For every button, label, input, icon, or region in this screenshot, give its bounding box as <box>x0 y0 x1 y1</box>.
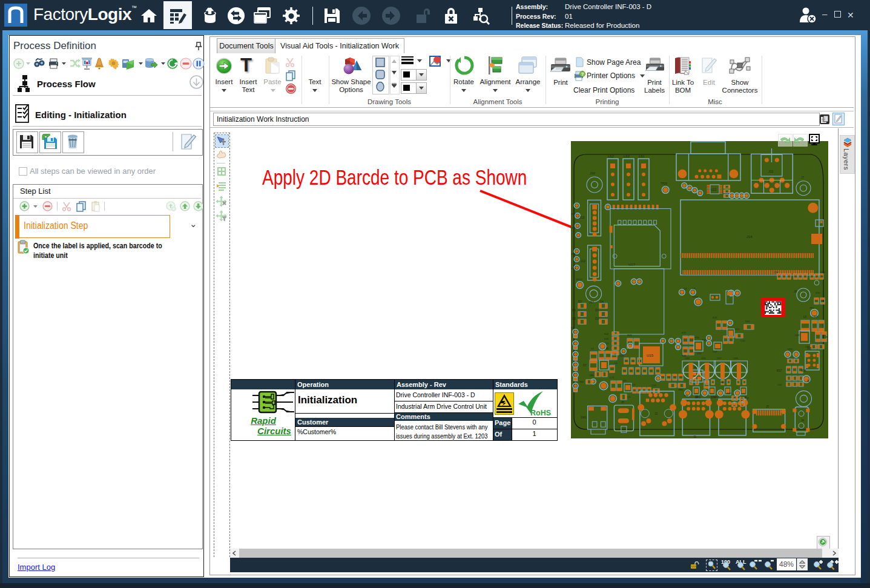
svg-text:RoHS: RoHS <box>530 409 551 417</box>
svg-text:U15: U15 <box>647 354 654 357</box>
svg-text:Q1: Q1 <box>627 395 631 398</box>
svg-text:C13: C13 <box>740 339 745 342</box>
svg-text:FB5: FB5 <box>720 382 725 384</box>
svg-text:J3: J3 <box>695 395 698 398</box>
svg-text:C71: C71 <box>610 376 615 379</box>
svg-text:TP2: TP2 <box>571 267 576 270</box>
svg-text:TP3: TP3 <box>809 306 814 309</box>
svg-text:L6: L6 <box>615 362 618 365</box>
svg-text:J13: J13 <box>579 216 584 219</box>
svg-text:C65: C65 <box>701 357 706 360</box>
svg-text:D6: D6 <box>595 309 599 312</box>
svg-text:R20: R20 <box>826 335 828 339</box>
svg-text:J5: J5 <box>766 405 769 408</box>
svg-text:L5: L5 <box>803 315 807 319</box>
svg-text:D7: D7 <box>583 364 587 367</box>
svg-text:U18: U18 <box>795 334 800 337</box>
svg-text:C84: C84 <box>589 374 594 377</box>
svg-text:J11: J11 <box>768 170 773 173</box>
svg-text:C69: C69 <box>733 357 738 360</box>
svg-text:D61: D61 <box>745 320 750 323</box>
svg-text:TP5: TP5 <box>571 226 576 230</box>
svg-text:D9: D9 <box>571 326 575 329</box>
svg-text:J4: J4 <box>801 419 804 422</box>
svg-text:TP7: TP7 <box>571 213 576 216</box>
svg-text:LS1: LS1 <box>639 154 645 158</box>
svg-text:TP37: TP37 <box>576 278 582 281</box>
svg-text:J9: J9 <box>806 380 809 383</box>
svg-text:D14: D14 <box>816 291 820 294</box>
svg-text:D1: D1 <box>572 309 576 312</box>
svg-text:U14: U14 <box>697 352 702 355</box>
svg-text:K32: K32 <box>604 332 609 335</box>
svg-text:K33: K33 <box>619 355 624 357</box>
svg-text:C61: C61 <box>777 383 782 386</box>
svg-text:C23: C23 <box>651 384 656 387</box>
svg-text:K31: K31 <box>682 331 687 334</box>
svg-text:J1: J1 <box>693 435 696 438</box>
svg-text:?: ? <box>581 72 584 76</box>
svg-text:U13: U13 <box>734 328 739 331</box>
svg-text:J16: J16 <box>807 347 812 350</box>
svg-text:LS3: LS3 <box>624 154 630 158</box>
svg-text:J12: J12 <box>581 259 585 263</box>
svg-text:FB1: FB1 <box>679 388 684 391</box>
svg-text:K25: K25 <box>713 316 717 319</box>
svg-text:D3: D3 <box>595 317 599 320</box>
svg-text:BR6: BR6 <box>714 395 719 398</box>
svg-text:J17: J17 <box>589 300 594 304</box>
svg-text:J10: J10 <box>590 171 595 175</box>
svg-text:U17: U17 <box>628 263 636 266</box>
svg-text:R57: R57 <box>777 369 782 372</box>
svg-text:J7: J7 <box>801 176 805 179</box>
svg-text:TP29: TP29 <box>661 182 667 185</box>
svg-text:D4: D4 <box>600 300 604 303</box>
svg-text:D2: D2 <box>578 300 582 303</box>
svg-text:C63: C63 <box>685 357 690 360</box>
svg-text:J8: J8 <box>794 289 797 293</box>
svg-text:Q4: Q4 <box>684 287 687 290</box>
svg-text:J2: J2 <box>654 412 658 415</box>
svg-text:R31: R31 <box>695 336 700 339</box>
svg-text:D5: D5 <box>572 317 576 320</box>
svg-text:SW1: SW1 <box>581 416 587 419</box>
svg-text:Q5: Q5 <box>692 287 696 290</box>
svg-text:J6: J6 <box>621 401 624 404</box>
svg-text:C77: C77 <box>631 384 636 386</box>
svg-text:U23: U23 <box>788 348 793 351</box>
svg-text:U16: U16 <box>713 350 717 353</box>
svg-text:Q3: Q3 <box>745 397 749 400</box>
svg-text:R44: R44 <box>579 381 584 383</box>
svg-text:TP4: TP4 <box>571 253 576 256</box>
svg-text:U22: U22 <box>711 188 716 191</box>
svg-text:C52: C52 <box>774 271 779 274</box>
svg-text:K34: K34 <box>604 337 609 340</box>
svg-text:J14: J14 <box>746 235 753 239</box>
svg-text:C67: C67 <box>717 357 722 360</box>
svg-text:L4: L4 <box>591 347 594 350</box>
svg-text:R58: R58 <box>801 369 806 372</box>
svg-text:CB05: CB05 <box>812 315 819 318</box>
svg-text:R29: R29 <box>627 334 632 337</box>
svg-text:U5: U5 <box>623 379 627 382</box>
svg-text:TP30: TP30 <box>692 296 699 299</box>
svg-text:LS2: LS2 <box>608 154 614 158</box>
svg-text:C50: C50 <box>820 271 825 274</box>
svg-text:TPS: TPS <box>684 395 688 397</box>
svg-text:D20: D20 <box>727 392 731 395</box>
